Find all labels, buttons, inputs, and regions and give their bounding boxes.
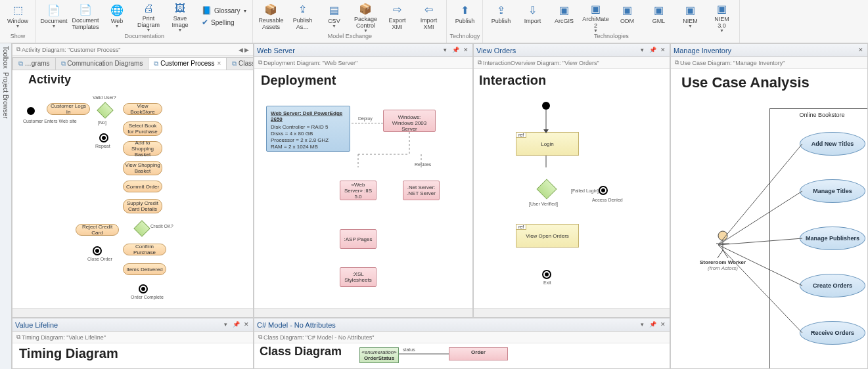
publish-as-button[interactable]: ⇪PublishAs… <box>287 1 317 32</box>
gml-button[interactable]: ▣GML <box>643 1 674 32</box>
web-button[interactable]: 🌐Web▼ <box>102 1 132 32</box>
publish-as-icon: ⇪ <box>295 3 309 16</box>
odm-icon: ▣ <box>620 3 634 17</box>
csv-icon: ▤ <box>327 3 341 17</box>
publish2-button[interactable]: ⇪Publish <box>486 1 516 32</box>
publish-tech-button[interactable]: ⬆Publish <box>449 1 480 32</box>
csv-button[interactable]: ▤CSV▼ <box>319 1 349 32</box>
arcgis-icon: ▣ <box>557 3 571 17</box>
save-image-button[interactable]: 🖼SaveImage▼ <box>165 1 195 32</box>
print-diagram-button[interactable]: 🖨PrintDiagram▼ <box>133 1 164 32</box>
glossary-button[interactable]: 📘Glossary ▼ <box>199 5 250 16</box>
doc-templates-button[interactable]: 📄DocumentTemplates <box>70 1 101 32</box>
publish2-icon: ⇪ <box>493 3 508 17</box>
reusable-assets-icon: 📦 <box>263 3 278 16</box>
niem3-button[interactable]: ▣NIEM3.0▼ <box>706 1 737 32</box>
glossary-icon: 📘 <box>202 6 212 15</box>
print-diagram-icon: 🖨 <box>141 3 156 14</box>
window-icon: ⬚ <box>11 3 25 17</box>
arcgis-button[interactable]: ▣ArcGIS <box>549 1 579 32</box>
reusable-assets-button[interactable]: 📦ReusableAssets <box>256 1 286 32</box>
document-icon: 📄 <box>47 3 61 17</box>
niem-button[interactable]: ▣NIEM▼ <box>675 1 705 32</box>
document-button[interactable]: 📄Document▼ <box>39 1 69 32</box>
import-xmi-icon: ⇦ <box>421 3 436 16</box>
spelling-icon: ✔ <box>202 18 208 27</box>
doc-templates-icon: 📄 <box>78 3 93 16</box>
spelling-button[interactable]: ✔Spelling <box>199 16 250 28</box>
import-button[interactable]: ⇩Import <box>517 1 547 32</box>
archimate-button[interactable]: ▣ArchiMate2▼ <box>580 1 610 32</box>
export-xmi-button[interactable]: ⇨ExportXMI <box>382 1 412 32</box>
import-icon: ⇩ <box>525 3 539 17</box>
package-control-button[interactable]: 📦PackageControl▼ <box>350 1 380 32</box>
export-xmi-icon: ⇨ <box>390 3 404 16</box>
package-control-icon: 📦 <box>358 3 373 15</box>
import-xmi-button[interactable]: ⇦ImportXMI <box>413 1 444 32</box>
archimate-icon: ▣ <box>588 3 603 15</box>
window-button[interactable]: ⬚Window▼ <box>3 1 33 32</box>
gml-icon: ▣ <box>651 3 666 17</box>
web-icon: 🌐 <box>110 3 124 17</box>
niem3-icon: ▣ <box>714 3 729 15</box>
odm-button[interactable]: ▣ODM <box>612 1 642 32</box>
save-image-icon: 🖼 <box>173 3 187 14</box>
niem-icon: ▣ <box>683 3 697 17</box>
ribbon: ⬚Window▼Show📄Document▼📄DocumentTemplates… <box>0 0 868 43</box>
publish-tech-icon: ⬆ <box>457 3 472 17</box>
